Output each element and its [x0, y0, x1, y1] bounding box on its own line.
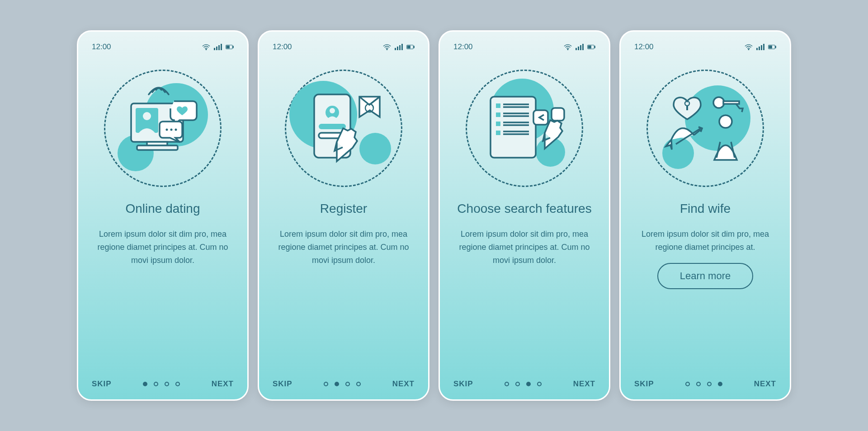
status-bar: 12:00: [273, 42, 415, 52]
svg-point-34: [567, 49, 568, 50]
svg-point-16: [166, 129, 168, 131]
next-button[interactable]: NEXT: [212, 379, 234, 389]
status-icons: [383, 43, 415, 51]
battery-icon: [768, 43, 776, 51]
dot-1[interactable]: [143, 382, 147, 386]
next-button[interactable]: NEXT: [754, 379, 776, 389]
svg-rect-37: [580, 45, 581, 50]
dot-4[interactable]: [537, 382, 542, 386]
screen-description: Lorem ipsum dolor sit dim pro, mea regio…: [273, 228, 415, 267]
status-time: 12:00: [273, 42, 292, 52]
svg-point-0: [206, 49, 207, 50]
illustration-find-wife: [646, 70, 764, 187]
status-bar: 12:00: [453, 42, 595, 52]
svg-rect-42: [590, 46, 591, 48]
page-dots: [324, 382, 361, 386]
svg-rect-41: [588, 46, 590, 48]
nav-bar: SKIP NEXT: [634, 370, 776, 389]
next-button[interactable]: NEXT: [573, 379, 595, 389]
svg-point-18: [175, 129, 177, 131]
svg-rect-62: [763, 44, 764, 50]
svg-rect-21: [397, 47, 398, 50]
dot-3[interactable]: [707, 382, 712, 386]
page-dots: [505, 382, 542, 386]
battery-icon: [587, 43, 595, 51]
skip-button[interactable]: SKIP: [453, 379, 473, 389]
svg-rect-60: [759, 47, 760, 50]
skip-button[interactable]: SKIP: [634, 379, 654, 389]
status-bar: 12:00: [634, 42, 776, 52]
svg-rect-50: [496, 122, 500, 126]
content-area: Register Lorem ipsum dolor sit dim pro, …: [273, 201, 415, 370]
svg-point-30: [330, 108, 335, 113]
svg-rect-8: [228, 46, 230, 48]
dot-3[interactable]: [526, 382, 531, 386]
next-button[interactable]: NEXT: [392, 379, 415, 389]
dot-1[interactable]: [324, 382, 328, 386]
dot-4[interactable]: [356, 382, 361, 386]
svg-rect-4: [221, 44, 222, 50]
svg-rect-68: [686, 106, 688, 110]
wifi-icon: [383, 43, 391, 51]
illustration-online-dating: [104, 70, 222, 187]
svg-rect-65: [769, 46, 770, 48]
onboarding-screen-1: 12:00: [77, 30, 249, 401]
page-dots: [685, 382, 722, 386]
nav-bar: SKIP NEXT: [92, 370, 234, 389]
dot-2[interactable]: [696, 382, 701, 386]
svg-point-17: [170, 129, 173, 131]
svg-rect-59: [756, 48, 758, 50]
screen-title: Register: [273, 201, 415, 217]
svg-rect-44: [496, 103, 500, 108]
svg-rect-70: [723, 101, 739, 104]
illustration-search-features: [466, 70, 583, 187]
svg-rect-66: [771, 46, 772, 48]
wifi-icon: [202, 43, 210, 51]
screen-description: Lorem ipsum dolor sit dim pro, mea regio…: [92, 228, 234, 267]
dot-1[interactable]: [505, 382, 509, 386]
screen-description: Lorem ipsum dolor sit dim pro, mea regio…: [453, 228, 595, 267]
illustration-register: [285, 70, 402, 187]
screen-title: Choose search features: [453, 201, 595, 217]
phone-grid: 12:00: [59, 12, 809, 419]
signal-icon: [395, 43, 403, 51]
wifi-icon: [564, 43, 572, 51]
nav-bar: SKIP NEXT: [273, 370, 415, 389]
nav-bar: SKIP NEXT: [453, 370, 595, 389]
dot-2[interactable]: [515, 382, 520, 386]
svg-rect-47: [496, 112, 500, 117]
svg-rect-15: [137, 145, 178, 150]
status-bar: 12:00: [92, 42, 234, 52]
svg-rect-53: [496, 131, 500, 135]
dot-2[interactable]: [335, 382, 339, 386]
status-icons: [745, 43, 776, 51]
svg-rect-1: [214, 48, 215, 50]
dot-4[interactable]: [175, 382, 180, 386]
svg-rect-31: [319, 124, 346, 129]
onboarding-screen-4: 12:00: [619, 30, 791, 401]
battery-icon: [406, 43, 415, 51]
dot-2[interactable]: [154, 382, 158, 386]
svg-rect-22: [399, 45, 401, 50]
skip-button[interactable]: SKIP: [273, 379, 292, 389]
onboarding-screen-3: 12:00: [439, 30, 610, 401]
wifi-icon: [745, 43, 753, 51]
signal-icon: [214, 43, 222, 51]
dot-3[interactable]: [345, 382, 350, 386]
content-area: Online dating Lorem ipsum dolor sit dim …: [92, 201, 234, 370]
svg-rect-20: [395, 48, 396, 50]
screen-title: Online dating: [92, 201, 234, 217]
skip-button[interactable]: SKIP: [92, 379, 112, 389]
svg-rect-25: [414, 46, 414, 48]
svg-rect-64: [775, 46, 776, 48]
dot-3[interactable]: [165, 382, 169, 386]
svg-rect-26: [407, 46, 409, 48]
svg-rect-6: [233, 46, 233, 48]
svg-rect-27: [409, 46, 410, 48]
svg-rect-36: [578, 47, 579, 50]
learn-more-button[interactable]: Learn more: [657, 263, 754, 289]
signal-icon: [756, 43, 764, 51]
dot-1[interactable]: [685, 382, 690, 386]
dot-4[interactable]: [718, 382, 722, 386]
status-icons: [202, 43, 234, 51]
